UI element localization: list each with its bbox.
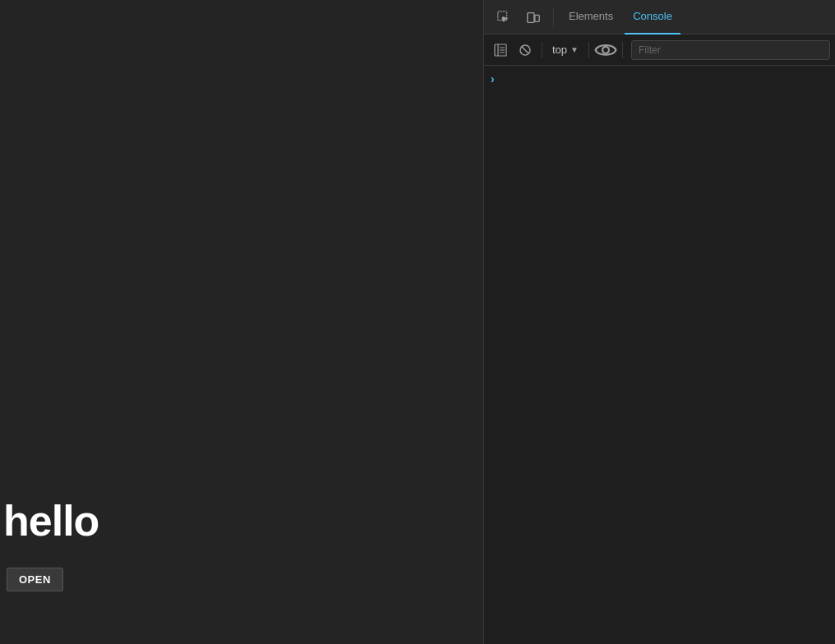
browser-viewport: hello OPEN [0,0,483,644]
open-button[interactable]: OPEN [7,568,63,591]
frame-selector-label: top [552,44,567,56]
inspect-icon [496,10,511,25]
clear-console-button[interactable] [514,39,537,62]
svg-line-10 [522,47,528,53]
sidebar-toggle-icon [494,44,507,57]
svg-rect-3 [535,15,539,21]
console-prompt-row: › [484,69,835,89]
tab-console[interactable]: Console [625,0,680,34]
toolbar-divider-3 [622,42,623,58]
devtools-panel: Elements Console [483,0,835,644]
page-hello-text: hello [3,496,99,545]
svg-point-11 [602,47,609,53]
frame-selector[interactable]: top ▼ [547,42,584,58]
sidebar-toggle-button[interactable] [489,39,512,62]
live-expression-button[interactable] [594,39,617,62]
tab-elements[interactable]: Elements [561,0,621,34]
toolbar-divider-1 [542,42,542,58]
svg-rect-2 [528,12,534,22]
devtools-console-toolbar: top ▼ [484,34,835,66]
clear-console-icon [519,44,532,57]
chevron-down-icon: ▼ [570,45,579,54]
inspect-element-button[interactable] [491,4,517,30]
console-filter-input[interactable] [631,40,830,60]
device-toolbar-button[interactable] [520,4,547,30]
console-output: › [484,66,835,644]
eye-icon [594,41,617,59]
device-toolbar-icon [526,10,541,25]
toolbar-divider-2 [588,42,589,58]
console-prompt-chevron[interactable]: › [491,72,495,85]
devtools-tab-bar: Elements Console [484,0,835,34]
tab-divider-1 [553,7,554,27]
